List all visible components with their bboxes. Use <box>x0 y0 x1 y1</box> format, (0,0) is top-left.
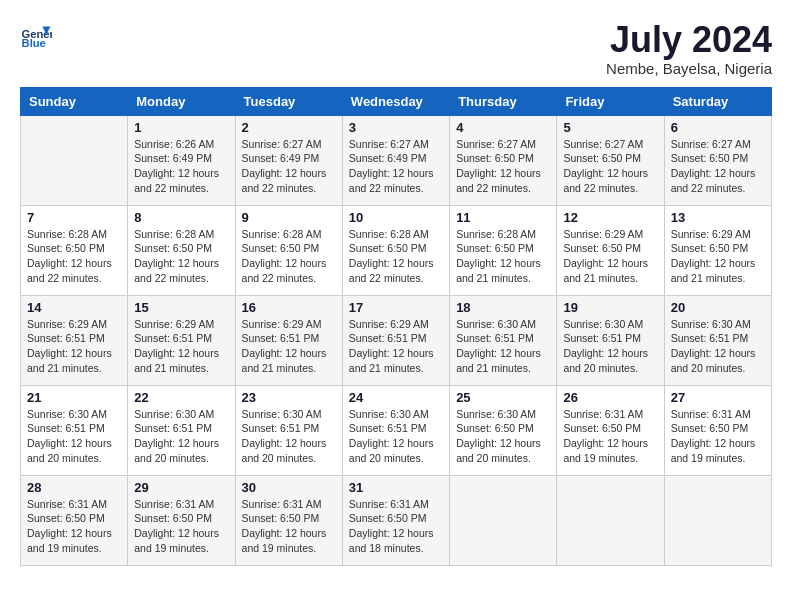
day-info: Sunrise: 6:31 AM Sunset: 6:50 PM Dayligh… <box>134 497 228 556</box>
day-info: Sunrise: 6:29 AM Sunset: 6:51 PM Dayligh… <box>27 317 121 376</box>
day-info: Sunrise: 6:31 AM Sunset: 6:50 PM Dayligh… <box>671 407 765 466</box>
day-info: Sunrise: 6:27 AM Sunset: 6:49 PM Dayligh… <box>242 137 336 196</box>
calendar-cell: 13Sunrise: 6:29 AM Sunset: 6:50 PM Dayli… <box>664 205 771 295</box>
day-info: Sunrise: 6:29 AM Sunset: 6:50 PM Dayligh… <box>671 227 765 286</box>
day-number: 20 <box>671 300 765 315</box>
day-number: 13 <box>671 210 765 225</box>
day-number: 3 <box>349 120 443 135</box>
day-info: Sunrise: 6:28 AM Sunset: 6:50 PM Dayligh… <box>456 227 550 286</box>
day-number: 17 <box>349 300 443 315</box>
calendar-cell: 5Sunrise: 6:27 AM Sunset: 6:50 PM Daylig… <box>557 115 664 205</box>
calendar-cell <box>21 115 128 205</box>
day-info: Sunrise: 6:29 AM Sunset: 6:51 PM Dayligh… <box>349 317 443 376</box>
calendar-cell: 29Sunrise: 6:31 AM Sunset: 6:50 PM Dayli… <box>128 475 235 565</box>
calendar-week-row: 7Sunrise: 6:28 AM Sunset: 6:50 PM Daylig… <box>21 205 772 295</box>
day-number: 22 <box>134 390 228 405</box>
header-row: SundayMondayTuesdayWednesdayThursdayFrid… <box>21 87 772 115</box>
day-number: 1 <box>134 120 228 135</box>
calendar-week-row: 28Sunrise: 6:31 AM Sunset: 6:50 PM Dayli… <box>21 475 772 565</box>
day-info: Sunrise: 6:30 AM Sunset: 6:51 PM Dayligh… <box>671 317 765 376</box>
calendar-cell: 17Sunrise: 6:29 AM Sunset: 6:51 PM Dayli… <box>342 295 449 385</box>
day-info: Sunrise: 6:27 AM Sunset: 6:50 PM Dayligh… <box>563 137 657 196</box>
calendar-cell: 23Sunrise: 6:30 AM Sunset: 6:51 PM Dayli… <box>235 385 342 475</box>
calendar-cell: 14Sunrise: 6:29 AM Sunset: 6:51 PM Dayli… <box>21 295 128 385</box>
svg-text:Blue: Blue <box>22 37 46 49</box>
day-info: Sunrise: 6:27 AM Sunset: 6:49 PM Dayligh… <box>349 137 443 196</box>
calendar-cell: 30Sunrise: 6:31 AM Sunset: 6:50 PM Dayli… <box>235 475 342 565</box>
page-header: General Blue July 2024 Nembe, Bayelsa, N… <box>20 20 772 77</box>
day-number: 4 <box>456 120 550 135</box>
day-number: 28 <box>27 480 121 495</box>
month-year-title: July 2024 <box>606 20 772 60</box>
col-header-tuesday: Tuesday <box>235 87 342 115</box>
day-number: 25 <box>456 390 550 405</box>
calendar-cell: 10Sunrise: 6:28 AM Sunset: 6:50 PM Dayli… <box>342 205 449 295</box>
calendar-cell <box>557 475 664 565</box>
calendar-table: SundayMondayTuesdayWednesdayThursdayFrid… <box>20 87 772 566</box>
day-info: Sunrise: 6:30 AM Sunset: 6:51 PM Dayligh… <box>242 407 336 466</box>
day-number: 11 <box>456 210 550 225</box>
day-number: 21 <box>27 390 121 405</box>
col-header-thursday: Thursday <box>450 87 557 115</box>
calendar-cell: 26Sunrise: 6:31 AM Sunset: 6:50 PM Dayli… <box>557 385 664 475</box>
day-info: Sunrise: 6:27 AM Sunset: 6:50 PM Dayligh… <box>456 137 550 196</box>
day-number: 19 <box>563 300 657 315</box>
day-info: Sunrise: 6:27 AM Sunset: 6:50 PM Dayligh… <box>671 137 765 196</box>
day-info: Sunrise: 6:30 AM Sunset: 6:51 PM Dayligh… <box>27 407 121 466</box>
day-info: Sunrise: 6:30 AM Sunset: 6:51 PM Dayligh… <box>563 317 657 376</box>
day-number: 7 <box>27 210 121 225</box>
day-number: 15 <box>134 300 228 315</box>
day-info: Sunrise: 6:31 AM Sunset: 6:50 PM Dayligh… <box>242 497 336 556</box>
col-header-sunday: Sunday <box>21 87 128 115</box>
calendar-cell: 7Sunrise: 6:28 AM Sunset: 6:50 PM Daylig… <box>21 205 128 295</box>
logo: General Blue <box>20 20 56 52</box>
day-number: 18 <box>456 300 550 315</box>
calendar-cell: 27Sunrise: 6:31 AM Sunset: 6:50 PM Dayli… <box>664 385 771 475</box>
day-info: Sunrise: 6:28 AM Sunset: 6:50 PM Dayligh… <box>134 227 228 286</box>
calendar-cell: 6Sunrise: 6:27 AM Sunset: 6:50 PM Daylig… <box>664 115 771 205</box>
calendar-cell: 2Sunrise: 6:27 AM Sunset: 6:49 PM Daylig… <box>235 115 342 205</box>
calendar-cell: 9Sunrise: 6:28 AM Sunset: 6:50 PM Daylig… <box>235 205 342 295</box>
day-info: Sunrise: 6:31 AM Sunset: 6:50 PM Dayligh… <box>563 407 657 466</box>
logo-icon: General Blue <box>20 20 52 52</box>
day-number: 14 <box>27 300 121 315</box>
day-number: 2 <box>242 120 336 135</box>
day-number: 8 <box>134 210 228 225</box>
calendar-cell: 21Sunrise: 6:30 AM Sunset: 6:51 PM Dayli… <box>21 385 128 475</box>
day-info: Sunrise: 6:28 AM Sunset: 6:50 PM Dayligh… <box>27 227 121 286</box>
day-number: 6 <box>671 120 765 135</box>
calendar-cell: 16Sunrise: 6:29 AM Sunset: 6:51 PM Dayli… <box>235 295 342 385</box>
col-header-friday: Friday <box>557 87 664 115</box>
calendar-cell: 1Sunrise: 6:26 AM Sunset: 6:49 PM Daylig… <box>128 115 235 205</box>
day-info: Sunrise: 6:28 AM Sunset: 6:50 PM Dayligh… <box>242 227 336 286</box>
calendar-cell: 24Sunrise: 6:30 AM Sunset: 6:51 PM Dayli… <box>342 385 449 475</box>
calendar-cell: 8Sunrise: 6:28 AM Sunset: 6:50 PM Daylig… <box>128 205 235 295</box>
day-number: 16 <box>242 300 336 315</box>
day-number: 9 <box>242 210 336 225</box>
day-number: 31 <box>349 480 443 495</box>
day-info: Sunrise: 6:30 AM Sunset: 6:50 PM Dayligh… <box>456 407 550 466</box>
day-number: 5 <box>563 120 657 135</box>
day-info: Sunrise: 6:31 AM Sunset: 6:50 PM Dayligh… <box>349 497 443 556</box>
calendar-week-row: 1Sunrise: 6:26 AM Sunset: 6:49 PM Daylig… <box>21 115 772 205</box>
day-info: Sunrise: 6:29 AM Sunset: 6:51 PM Dayligh… <box>134 317 228 376</box>
day-number: 23 <box>242 390 336 405</box>
calendar-cell: 28Sunrise: 6:31 AM Sunset: 6:50 PM Dayli… <box>21 475 128 565</box>
location-subtitle: Nembe, Bayelsa, Nigeria <box>606 60 772 77</box>
day-info: Sunrise: 6:30 AM Sunset: 6:51 PM Dayligh… <box>456 317 550 376</box>
day-info: Sunrise: 6:29 AM Sunset: 6:51 PM Dayligh… <box>242 317 336 376</box>
col-header-wednesday: Wednesday <box>342 87 449 115</box>
calendar-cell: 31Sunrise: 6:31 AM Sunset: 6:50 PM Dayli… <box>342 475 449 565</box>
day-number: 27 <box>671 390 765 405</box>
day-info: Sunrise: 6:26 AM Sunset: 6:49 PM Dayligh… <box>134 137 228 196</box>
col-header-monday: Monday <box>128 87 235 115</box>
calendar-cell: 19Sunrise: 6:30 AM Sunset: 6:51 PM Dayli… <box>557 295 664 385</box>
day-number: 10 <box>349 210 443 225</box>
day-info: Sunrise: 6:29 AM Sunset: 6:50 PM Dayligh… <box>563 227 657 286</box>
day-info: Sunrise: 6:28 AM Sunset: 6:50 PM Dayligh… <box>349 227 443 286</box>
calendar-week-row: 21Sunrise: 6:30 AM Sunset: 6:51 PM Dayli… <box>21 385 772 475</box>
calendar-cell: 12Sunrise: 6:29 AM Sunset: 6:50 PM Dayli… <box>557 205 664 295</box>
calendar-cell: 4Sunrise: 6:27 AM Sunset: 6:50 PM Daylig… <box>450 115 557 205</box>
calendar-cell: 3Sunrise: 6:27 AM Sunset: 6:49 PM Daylig… <box>342 115 449 205</box>
day-number: 30 <box>242 480 336 495</box>
